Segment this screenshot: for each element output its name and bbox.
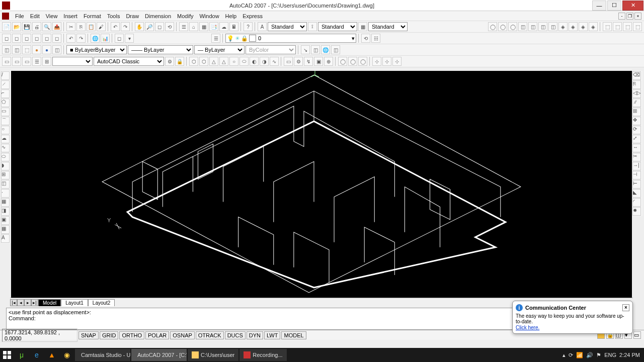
t4c4-icon[interactable]: ▣ xyxy=(314,57,323,66)
menu-window[interactable]: Window xyxy=(196,13,222,19)
tab-last-button[interactable]: ▸| xyxy=(31,299,38,306)
t4c5-icon[interactable]: ⊕ xyxy=(324,57,333,66)
3d-nav9-icon[interactable]: ◈ xyxy=(569,22,578,31)
menu-express[interactable]: Express xyxy=(239,13,266,19)
calc-icon[interactable]: 🖩 xyxy=(229,22,238,31)
t4c3-icon[interactable]: ↯ xyxy=(304,57,313,66)
t4b4-icon[interactable]: △ xyxy=(219,57,228,66)
task-recording[interactable]: Recording... xyxy=(239,349,286,361)
osnap-toggle[interactable]: OSNAP xyxy=(170,331,195,339)
tblstyle-pick-icon[interactable]: ▦ xyxy=(358,22,367,31)
menu-tools[interactable]: Tools xyxy=(104,13,123,19)
popup-link[interactable]: Click here. xyxy=(516,325,539,330)
menu-file[interactable]: File xyxy=(12,13,27,19)
xline-icon[interactable]: ⟋ xyxy=(1,80,10,89)
zoom-prev-icon[interactable]: ⟲ xyxy=(165,22,174,31)
cut-icon[interactable]: ✂ xyxy=(66,22,75,31)
zoom-window-icon[interactable]: ◻ xyxy=(155,22,164,31)
t2-4-icon[interactable]: ◻ xyxy=(32,34,41,43)
save-icon2[interactable]: ◻ xyxy=(22,34,31,43)
rectangle-icon[interactable]: ▭ xyxy=(1,108,10,116)
layer-prev-icon[interactable]: ⟲ xyxy=(361,34,370,43)
text-style-select[interactable]: Standard xyxy=(268,22,307,31)
mtext-icon[interactable]: A xyxy=(1,234,10,243)
popup-close-button[interactable]: × xyxy=(622,304,629,311)
start-button[interactable] xyxy=(0,348,14,362)
offset-icon[interactable]: ⫽ xyxy=(632,99,641,107)
open-icon[interactable]: 📂 xyxy=(12,22,21,31)
t2-6-icon[interactable]: ◻ xyxy=(52,34,61,43)
tray-net-icon[interactable]: 📶 xyxy=(576,352,583,358)
polar-toggle[interactable]: POLAR xyxy=(145,331,169,339)
3d-nav6-icon[interactable]: ◫ xyxy=(538,22,547,31)
tab-next-button[interactable]: ▸ xyxy=(24,299,31,306)
t2-8-icon[interactable]: ↷ xyxy=(76,34,86,43)
chrome-icon[interactable]: ◉ xyxy=(61,349,73,361)
designcenter-icon[interactable]: ⌂ xyxy=(189,22,198,31)
task-camtasia[interactable]: Camtasia Studio - U... xyxy=(75,349,130,361)
menu-insert[interactable]: Insert xyxy=(60,13,80,19)
close-button[interactable]: ✕ xyxy=(622,1,643,11)
workspace-select[interactable]: AutoCAD Classic xyxy=(94,57,164,66)
task-autocad[interactable]: AutoCAD 2007 - [C:\... xyxy=(131,349,187,361)
ws-settings-icon[interactable]: ⚙ xyxy=(165,57,174,66)
paste-icon[interactable]: 📋 xyxy=(87,22,96,31)
3d-nav3-icon[interactable]: ◯ xyxy=(508,22,517,31)
chamfer-icon[interactable]: ◣ xyxy=(632,189,641,198)
break-icon[interactable]: ⊣ xyxy=(632,171,641,179)
rotate-icon[interactable]: ⟳ xyxy=(632,126,641,134)
3d-nav7-icon[interactable]: ◫ xyxy=(548,22,557,31)
menu-draw[interactable]: Draw xyxy=(123,13,142,19)
t4b6-icon[interactable]: ⬭ xyxy=(239,57,249,66)
textstyle-pick-icon[interactable]: A xyxy=(258,22,267,31)
model-toggle[interactable]: MODEL xyxy=(281,331,306,339)
color-select[interactable]: ■ ByLayerByLayer xyxy=(66,45,127,54)
menu-modify[interactable]: Modify xyxy=(174,13,196,19)
revision-icon[interactable]: ☁ xyxy=(1,135,10,143)
trim-icon[interactable]: ✂ xyxy=(632,153,641,161)
t4b5-icon[interactable]: ○ xyxy=(229,57,238,66)
make-block-icon[interactable]: ◫ xyxy=(1,180,10,189)
polygon-icon[interactable]: ⬠ xyxy=(1,99,10,107)
t4-4-icon[interactable]: ☰ xyxy=(32,57,41,66)
menu-dimension[interactable]: Dimension xyxy=(142,13,174,19)
t4-1-icon[interactable]: ▭ xyxy=(2,57,11,66)
table-icon[interactable]: ▦ xyxy=(1,225,10,234)
hatch-icon[interactable]: ▦ xyxy=(1,198,10,207)
cylinder-icon[interactable]: ● xyxy=(42,45,51,54)
t4-5-icon[interactable]: ⊞ xyxy=(42,57,51,66)
t3b3-icon[interactable]: 🌐 xyxy=(321,45,330,54)
t4-3-icon[interactable]: ▭ xyxy=(22,57,31,66)
cleanscreen-icon[interactable]: ▭ xyxy=(633,331,641,339)
array-icon[interactable]: ⊞ xyxy=(632,108,641,116)
arc-icon[interactable]: ⌒ xyxy=(1,117,10,125)
3d-nav10-icon[interactable]: ◈ xyxy=(579,22,588,31)
t4e1-icon[interactable]: ⊹ xyxy=(372,57,381,66)
3d-nav12-icon[interactable]: ⬚ xyxy=(603,22,612,31)
insert-icon[interactable]: ⊞ xyxy=(1,171,10,179)
t4d2-icon[interactable]: ◯ xyxy=(348,57,357,66)
3d-nav11-icon[interactable]: ◈ xyxy=(589,22,598,31)
t2-11-icon[interactable]: ◻ xyxy=(115,34,124,43)
linetype-select[interactable]: —— ByLayer xyxy=(128,45,193,54)
properties-icon[interactable]: ☰ xyxy=(179,22,188,31)
doc-close-button[interactable]: × xyxy=(634,13,641,20)
grid-toggle[interactable]: GRID xyxy=(100,331,119,339)
3d-nav8-icon[interactable]: ◈ xyxy=(558,22,568,31)
pline-icon[interactable]: ⌐ xyxy=(1,89,10,98)
layer-select[interactable]: 💡 ☀ 🔒 0 ▾ xyxy=(225,34,356,43)
color-pick-icon[interactable]: ◫ xyxy=(2,45,11,54)
extend-icon[interactable]: →| xyxy=(632,162,641,170)
tab-prev-button[interactable]: ◂ xyxy=(17,299,24,306)
copy-icon[interactable]: ⎘ xyxy=(76,22,86,31)
dimstyle-pick-icon[interactable]: ⟟ xyxy=(308,22,317,31)
line-icon[interactable]: / xyxy=(1,71,10,80)
tray-sync-icon[interactable]: ⟳ xyxy=(569,352,573,358)
3d-nav15-icon[interactable]: ⬚ xyxy=(633,22,642,31)
plotstyle-select[interactable]: ByColor xyxy=(246,45,296,54)
help-icon[interactable]: ? xyxy=(244,22,253,31)
explode-icon[interactable]: ✸ xyxy=(632,207,641,216)
open-icon2[interactable]: ◻ xyxy=(12,34,21,43)
spline-icon[interactable]: ∿ xyxy=(1,144,10,152)
t3b1-icon[interactable]: ↘ xyxy=(301,45,310,54)
